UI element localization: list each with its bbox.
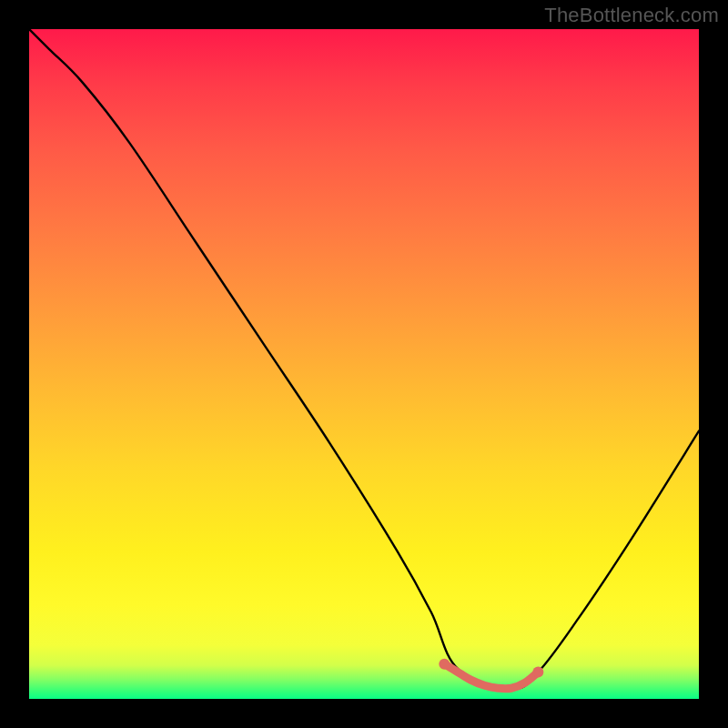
valley-endpoint-left	[439, 659, 450, 670]
bottleneck-curve	[29, 29, 699, 689]
curve-layer	[29, 29, 699, 699]
valley-endpoint-right	[532, 667, 543, 678]
chart-container: TheBottleneck.com	[0, 0, 728, 728]
attribution-text: TheBottleneck.com	[544, 4, 719, 27]
valley-highlight	[444, 664, 538, 689]
plot-area	[29, 29, 699, 699]
